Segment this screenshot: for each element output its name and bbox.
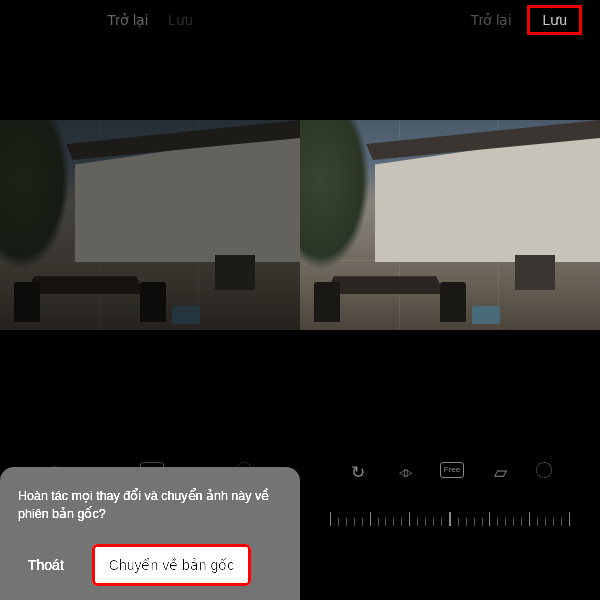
photo-preview[interactable] — [300, 120, 600, 330]
circle-crop-icon[interactable] — [536, 462, 552, 478]
save-button[interactable]: Lưu — [527, 5, 582, 35]
photo-content — [314, 282, 340, 322]
dialog-message: Hoàn tác mọi thay đổi và chuyển ảnh này … — [18, 487, 282, 525]
photo-content — [440, 282, 466, 322]
header-left: Trở lại Lưu — [0, 0, 300, 40]
photo-content — [14, 282, 40, 322]
photo-content — [172, 306, 200, 324]
free-ratio-icon[interactable]: Free — [440, 462, 464, 478]
exit-button[interactable]: Thoát — [18, 549, 74, 581]
perspective-icon[interactable] — [490, 462, 510, 482]
photo-content — [472, 306, 500, 324]
back-button[interactable]: Trở lại — [107, 12, 148, 28]
photo-preview[interactable] — [0, 120, 300, 330]
crop-toolbar: Free — [300, 462, 600, 482]
photo-content — [25, 276, 144, 294]
photo-content — [140, 282, 166, 322]
photo-content — [0, 120, 70, 270]
revert-dialog: Hoàn tác mọi thay đổi và chuyển ảnh này … — [0, 467, 300, 601]
photo-content — [300, 120, 370, 270]
editor-panel-right: Trở lại Lưu Free — [300, 0, 600, 600]
revert-button[interactable]: Chuyển về bản gốc — [92, 544, 252, 586]
rotate-icon[interactable] — [348, 462, 368, 482]
back-button-dim[interactable]: Trở lại — [471, 12, 512, 28]
save-button-dim[interactable]: Lưu — [168, 12, 193, 28]
photo-content — [515, 255, 555, 290]
photo-content — [325, 276, 444, 294]
header-right: Trở lại Lưu — [300, 0, 600, 40]
photo-content — [215, 255, 255, 290]
dialog-buttons: Thoát Chuyển về bản gốc — [18, 544, 282, 586]
flip-icon[interactable] — [394, 462, 414, 482]
straighten-ruler[interactable] — [330, 508, 570, 526]
